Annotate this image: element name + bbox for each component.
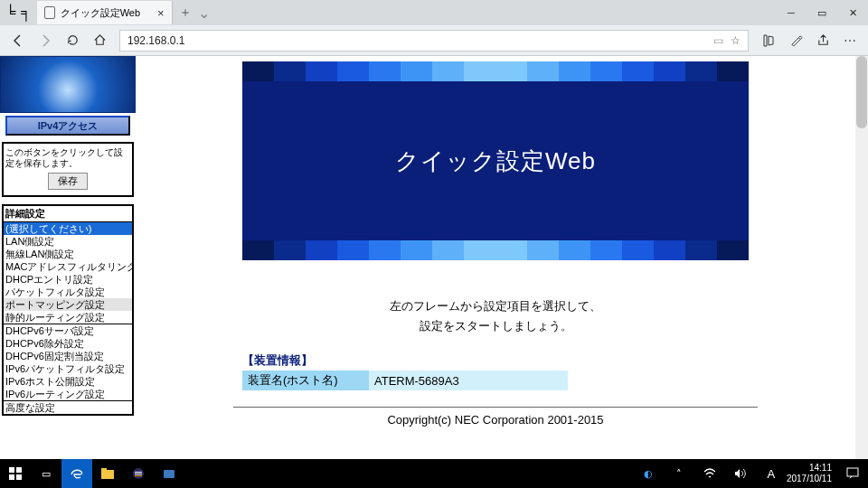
list-item[interactable]: 高度な設定 [4,401,132,414]
row-key: 装置名(ホスト名) [242,371,369,390]
task-view-icon[interactable]: ▭ [31,459,61,488]
close-button[interactable]: ✕ [837,0,868,25]
svg-rect-1 [16,467,22,473]
list-header: 詳細設定 [4,206,132,221]
list-item[interactable]: IPv6ルーティング設定 [4,388,132,400]
url-text: 192.168.0.1 [127,34,184,47]
share-icon[interactable] [810,28,835,53]
svg-rect-3 [16,474,22,480]
list-item[interactable]: MACアドレスフィルタリング [4,260,132,273]
svg-rect-7 [135,472,142,473]
clock[interactable]: 14:11 2017/10/11 [787,463,837,484]
device-info-table: 装置名(ホスト名) ATERM-5689A3 [242,371,568,390]
window-controls: ─ ▭ ✕ [776,0,868,25]
network-icon[interactable] [694,459,725,488]
browser-chrome: ╘ ╕ クイック設定Web × ＋ ⌄ ─ ▭ ✕ 192.168. [0,0,868,56]
svg-rect-2 [9,474,14,480]
maximize-button[interactable]: ▭ [807,0,837,25]
list-item[interactable]: ポートマッピング設定 [4,298,132,311]
svg-rect-4 [101,470,114,479]
tab-strip: ╘ ╕ クイック設定Web × ＋ ⌄ ─ ▭ ✕ [0,0,868,25]
device-info-section: 【装置情報】 装置名(ホスト名) ATERM-5689A3 [242,352,749,390]
svg-rect-0 [9,467,14,473]
banner: クイック設定Web [242,61,749,260]
svg-rect-8 [135,474,142,474]
list-item[interactable]: 静的ルーティング設定 [4,311,132,324]
browser-tab[interactable]: クイック設定Web × [37,1,173,24]
ipv4-access-button[interactable]: IPv4アクセス [5,116,130,136]
more-icon[interactable]: ⋯ [837,28,863,53]
list-item[interactable]: DHCPエントリ設定 [4,273,132,286]
hub-icon[interactable] [756,28,781,53]
tab-overflow-icon[interactable]: ⌄ [198,5,210,22]
help-icon[interactable]: ◐ [633,459,664,488]
refresh-button[interactable] [60,28,85,53]
svg-rect-9 [135,475,142,476]
banner-bottom-strip [242,240,749,260]
favorite-icon[interactable]: ☆ [731,34,741,47]
file-explorer-icon[interactable] [92,459,123,488]
list-item[interactable]: DHCPv6固定割当設定 [4,350,132,362]
app-icon[interactable] [154,459,184,488]
row-value: ATERM-5689A3 [369,371,568,390]
clock-time: 14:11 [787,463,832,474]
tray-chevron-icon[interactable]: ˄ [664,459,694,488]
back-history-icon[interactable]: ╘ [5,5,15,21]
clock-date: 2017/10/11 [787,474,832,484]
table-row: 装置名(ホスト名) ATERM-5689A3 [242,371,568,390]
instructions: 左のフレームから設定項目を選択して、 設定をスタートしましょう。 [390,296,601,336]
ime-indicator[interactable]: A [756,459,787,488]
home-button[interactable] [87,28,112,53]
banner-title: クイック設定Web [395,145,596,177]
list-item[interactable]: IPv6パケットフィルタ設定 [4,362,132,375]
taskbar: ▭ ◐ ˄ A 14:11 2017/10/11 [0,459,868,488]
new-tab-button[interactable]: ＋ [173,5,198,21]
page-icon [44,6,55,19]
action-center-icon[interactable] [837,459,868,488]
list-item[interactable]: LAN側設定 [4,235,132,248]
list-item[interactable]: パケットフィルタ設定 [4,286,132,298]
divider [233,407,758,408]
eclipse-icon[interactable] [123,459,154,488]
globe-graphic [0,56,136,113]
minimize-button[interactable]: ─ [776,0,807,25]
instruction-line2: 設定をスタートしましょう。 [390,316,601,336]
save-hint-text: このボタンをクリックして設定を保存します。 [5,145,130,171]
tab-title: クイック設定Web [61,6,140,20]
edge-icon[interactable] [61,459,92,488]
notes-icon[interactable] [783,28,808,53]
reading-view-icon[interactable]: ▭ [713,34,723,47]
save-button[interactable]: 保存 [48,173,88,190]
address-bar: 192.168.0.1 ▭ ☆ ⋯ [0,25,868,56]
list-item[interactable]: IPv6ホスト公開設定 [4,375,132,388]
svg-rect-10 [164,470,175,478]
svg-rect-11 [847,468,858,476]
banner-top-strip [242,61,749,81]
vertical-scrollbar[interactable] [855,56,868,459]
forward-history-icon[interactable]: ╕ [21,5,31,21]
scroll-thumb[interactable] [856,56,867,128]
device-info-heading: 【装置情報】 [242,352,749,369]
banner-body: クイック設定Web [242,81,749,240]
volume-icon[interactable] [725,459,756,488]
page-body: IPv4アクセス このボタンをクリックして設定を保存します。 保存 詳細設定 (… [0,56,868,459]
instruction-line1: 左のフレームから設定項目を選択して、 [390,296,601,316]
save-block: このボタンをクリックして設定を保存します。 保存 [2,142,134,197]
list-item[interactable]: DHCPv6サーバ設定 [4,324,132,337]
left-frame: IPv4アクセス このボタンをクリックして設定を保存します。 保存 詳細設定 (… [0,56,136,459]
copyright-text: Copyright(c) NEC Corporation 2001-2015 [387,413,603,427]
list-item[interactable]: (選択してください) [4,222,132,235]
tab-close-icon[interactable]: × [157,6,165,20]
forward-button[interactable] [33,28,58,53]
url-input[interactable]: 192.168.0.1 ▭ ☆ [119,30,749,52]
start-button[interactable] [0,459,31,488]
list-item[interactable]: DHCPv6除外設定 [4,337,132,350]
settings-list: 詳細設定 (選択してください)LAN側設定無線LAN側設定MACアドレスフィルタ… [2,204,134,416]
main-frame: クイック設定Web 左のフレームから設定項目を選択して、 設定をスタートしましょ… [136,56,855,459]
svg-rect-5 [101,468,107,471]
back-button[interactable] [5,28,31,53]
list-item[interactable]: 無線LAN側設定 [4,248,132,260]
